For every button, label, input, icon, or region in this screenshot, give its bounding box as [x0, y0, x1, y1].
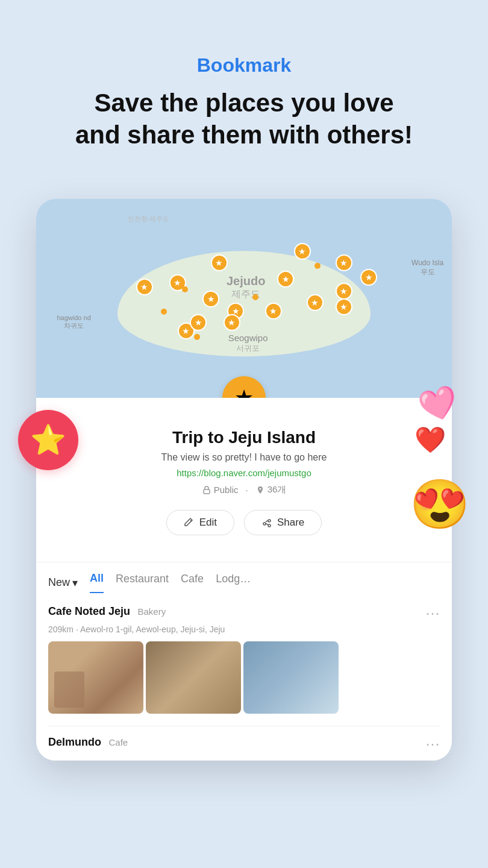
place-images	[48, 641, 440, 714]
more-options-button[interactable]: ⋯	[425, 605, 440, 622]
place-name-category-2: Delmundo Cafe	[48, 736, 128, 749]
map-pin: ★	[336, 283, 352, 300]
place-header-2: Delmundo Cafe ⋯	[48, 736, 440, 753]
more-options-button-2[interactable]: ⋯	[425, 736, 440, 753]
place-header: Cafe Noted Jeju Bakery ⋯	[48, 605, 440, 622]
map-pin: ★	[265, 303, 282, 319]
map-label-jejudo: Jejudo 제주도	[227, 274, 265, 301]
chevron-down-icon: ▾	[72, 576, 78, 590]
edit-icon	[184, 517, 195, 528]
love-face-emoji: 😍	[410, 476, 470, 533]
lock-icon	[202, 485, 211, 495]
filter-tab-restaurant[interactable]: Restaurant	[116, 573, 169, 593]
place-image-1	[48, 641, 143, 714]
place-name-2: Delmundo	[48, 736, 101, 748]
place-list: Cafe Noted Jeju Bakery ⋯ 209km · Aewol-r…	[36, 593, 452, 761]
filter-bar: New ▾ All Restaurant Cafe Lodg…	[36, 562, 452, 593]
center-star-badge: ★	[222, 376, 266, 398]
filter-tab-cafe[interactable]: Cafe	[181, 573, 204, 593]
map-pin: ★	[224, 314, 240, 331]
map-label-seogwipo: Seogwipo 서귀포	[228, 333, 268, 354]
place-category: Bakery	[137, 606, 166, 617]
trip-meta: Public · 36개	[54, 484, 434, 495]
share-button[interactable]: Share	[244, 510, 322, 535]
place-item: Cafe Noted Jeju Bakery ⋯ 209km · Aewol-r…	[48, 593, 440, 726]
map-label-incheon: 인천항-제주도	[128, 215, 170, 224]
card-content: Trip to Jeju Island The view is so prett…	[36, 398, 452, 562]
filter-new-label: New	[48, 576, 70, 589]
location-icon	[255, 485, 265, 495]
place-name-category: Cafe Noted Jeju Bakery	[48, 605, 166, 618]
map-label-hagwido: hagwido nd차귀도	[57, 314, 91, 330]
map-pin: ★	[336, 298, 352, 315]
trip-title: Trip to Jeju Island	[54, 428, 434, 447]
place-image-3	[243, 641, 339, 714]
map-area: 인천항-제주도 Jejudo 제주도 Seogwipo 서귀포 Wudo Isl…	[36, 199, 452, 398]
map-pin: ★	[136, 278, 153, 295]
headline-line2: and share them with others!	[75, 121, 413, 149]
map-pin: ★	[211, 254, 228, 271]
trip-link[interactable]: https://blog.naver.com/jejumustgo	[54, 468, 434, 478]
place-distance-address: 209km · Aewol-ro 1-gil, Aewol-eup, Jeju-…	[48, 624, 440, 634]
trip-description: The view is so pretty! I have to go here	[54, 452, 434, 463]
map-pin: ★	[294, 243, 311, 260]
place-count: 36개	[255, 484, 287, 495]
phone-wrapper: ⭐ 🩷 ❤️ 😍 인천항-제주도 Jejudo 제주도 Seogwipo 서귀포…	[36, 199, 452, 761]
phone-card: 인천항-제주도 Jejudo 제주도 Seogwipo 서귀포 Wudo Isl…	[36, 199, 452, 761]
map-pin: ★	[277, 271, 294, 288]
svg-rect-0	[204, 489, 210, 494]
place-item-2: Delmundo Cafe ⋯	[48, 726, 440, 761]
place-category-2: Cafe	[108, 737, 128, 747]
place-name: Cafe Noted Jeju	[48, 605, 130, 617]
filter-tab-all[interactable]: All	[90, 572, 104, 593]
heart-decoration-2: ❤️	[414, 425, 446, 454]
map-dot	[182, 286, 188, 292]
bookmark-label: Bookmark	[24, 54, 464, 77]
map-pin: ★	[202, 291, 219, 307]
map-pin: ★	[360, 269, 377, 286]
action-buttons: Edit Share	[54, 510, 434, 535]
map-pin: ★	[336, 254, 352, 271]
map-label-wudo: Wudo Isla우도	[411, 259, 443, 277]
bookmark-star-decoration: ⭐	[18, 410, 78, 470]
share-icon	[261, 517, 272, 528]
map-dot	[161, 309, 167, 315]
filter-new-dropdown[interactable]: New ▾	[48, 576, 78, 590]
headline-line1: Save the places you love	[94, 89, 393, 117]
edit-button[interactable]: Edit	[166, 510, 234, 535]
visibility-label: Public	[202, 485, 239, 495]
header-section: Bookmark Save the places you love and sh…	[0, 0, 488, 169]
map-pin: ★	[307, 294, 324, 311]
map-dot	[314, 263, 321, 269]
headline: Save the places you love and share them …	[24, 87, 464, 151]
place-image-2	[146, 641, 241, 714]
filter-tab-lodging[interactable]: Lodg…	[216, 573, 251, 593]
separator: ·	[246, 485, 248, 495]
